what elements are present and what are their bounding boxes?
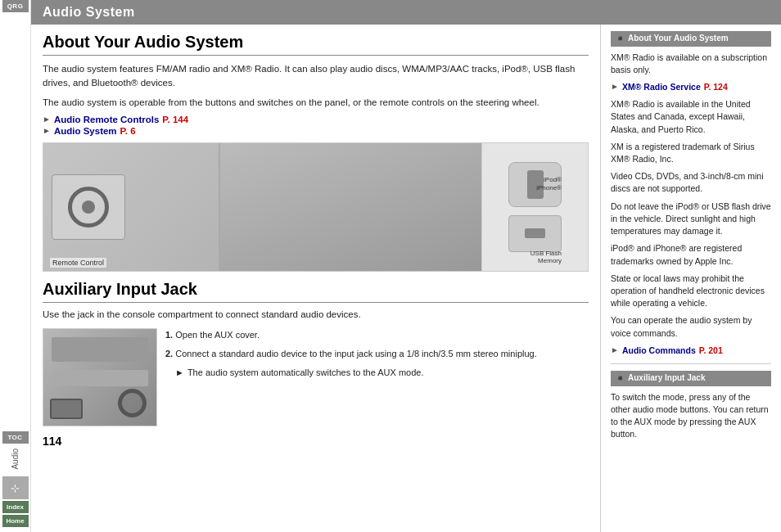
- section1-para1: The audio system features FM/AM radio an…: [43, 62, 589, 91]
- center-content: About Your Audio System The audio system…: [31, 25, 781, 532]
- rs-link2-label[interactable]: Audio Commands: [622, 345, 696, 357]
- step3-line: ► The audio system automatically switche…: [175, 366, 589, 380]
- step3-text: The audio system automatically switches …: [187, 366, 424, 380]
- rs-note9: To switch the mode, press any of the oth…: [611, 391, 771, 441]
- right-sidebar: ◾ About Your Audio System XM® Radio is a…: [601, 25, 781, 532]
- aux-steps: 1. Open the AUX cover. 2. Connect a stan…: [165, 328, 589, 426]
- rs-link2-arrow: ►: [611, 345, 619, 357]
- rs-section1-header: ◾ About Your Audio System: [611, 31, 771, 47]
- rs-link1-page: P. 124: [704, 81, 728, 93]
- step1-num: 1.: [165, 330, 173, 340]
- aux-content: 1. Open the AUX cover. 2. Connect a stan…: [43, 328, 589, 426]
- home-tag[interactable]: Home: [2, 515, 29, 527]
- ctrl-symbol: ⊹: [11, 482, 20, 494]
- page-header: Audio System: [31, 0, 781, 25]
- iphone-label: iPod®iPhone®: [536, 177, 562, 192]
- usb-label: USB FlashMemory: [530, 250, 562, 265]
- main-article: About Your Audio System The audio system…: [31, 25, 601, 532]
- rs-note6: iPod® and iPhone® are registered tradema…: [611, 242, 771, 267]
- link1-line: ► Audio Remote Controls P. 144: [43, 115, 589, 124]
- section2-title: Auxiliary Input Jack: [43, 280, 589, 303]
- step2-text: Connect a standard audio device to the i…: [175, 349, 536, 358]
- rs-note3: XM is a registered trademark of Sirius X…: [611, 141, 771, 165]
- step3-arrow-icon: ►: [175, 366, 184, 380]
- rs-note-icon1: ◾: [616, 34, 625, 44]
- qrg-tag[interactable]: QRG: [2, 0, 29, 12]
- rs-link1-label[interactable]: XM® Radio Service: [622, 81, 701, 93]
- section1-title: About Your Audio System: [43, 33, 589, 56]
- step1-text: Open the AUX cover.: [175, 330, 260, 340]
- link2-arrow: ►: [43, 126, 51, 135]
- link2-label[interactable]: Audio System: [54, 126, 117, 136]
- link2-line: ► Audio System P. 6: [43, 126, 589, 136]
- ctrl-icon[interactable]: ⊹: [2, 476, 29, 499]
- rs-link1-arrow: ►: [611, 81, 619, 93]
- link1-label[interactable]: Audio Remote Controls: [54, 115, 159, 124]
- link2-page: P. 6: [120, 126, 136, 136]
- rs-note2: XM® Radio is available in the United Sta…: [611, 98, 771, 136]
- audio-system-image: Remote Control iPod®iPhone®: [43, 142, 589, 272]
- rs-section1-header-text: About Your Audio System: [628, 33, 729, 45]
- aux-image: [43, 328, 157, 426]
- link1-arrow: ►: [43, 115, 51, 124]
- section2-intro: Use the jack in the console compartment …: [43, 308, 589, 322]
- remote-control-label: Remote Control: [50, 258, 106, 268]
- step2-num: 2.: [165, 349, 173, 358]
- index-tag[interactable]: Index: [2, 501, 29, 513]
- rs-divider: [611, 363, 771, 364]
- page-header-title: Audio System: [43, 5, 135, 19]
- rs-section2-header-text: Auxiliary Input Jack: [628, 372, 705, 385]
- toc-tag[interactable]: TOC: [2, 431, 29, 444]
- section1-para2: The audio system is operable from the bu…: [43, 96, 589, 110]
- audio-label: Audio: [11, 449, 20, 470]
- rs-link2-page: P. 201: [699, 345, 723, 357]
- rs-link2-line: ► Audio Commands P. 201: [611, 345, 771, 357]
- rs-note7: State or local laws may prohibit the ope…: [611, 273, 771, 310]
- rs-note8: You can operate the audio system by voic…: [611, 314, 771, 339]
- rs-note-icon2: ◾: [616, 373, 625, 384]
- left-sidebar: QRG TOC Audio ⊹ Index Home: [0, 0, 31, 532]
- rs-note5: Do not leave the iPod® or USB flash driv…: [611, 201, 771, 238]
- center-main: Audio System About Your Audio System The…: [31, 0, 781, 532]
- page-number: 114: [43, 435, 589, 448]
- rs-link1-line: ► XM® Radio Service P. 124: [611, 81, 771, 93]
- rs-section2-header: ◾ Auxiliary Input Jack: [611, 371, 771, 386]
- page-wrapper: QRG TOC Audio ⊹ Index Home Audio System …: [0, 0, 781, 532]
- rs-note1: XM® Radio is available on a subscription…: [611, 52, 771, 76]
- link1-page: P. 144: [162, 115, 188, 124]
- rs-note4: Video CDs, DVDs, and 3-inch/8-cm mini di…: [611, 170, 771, 195]
